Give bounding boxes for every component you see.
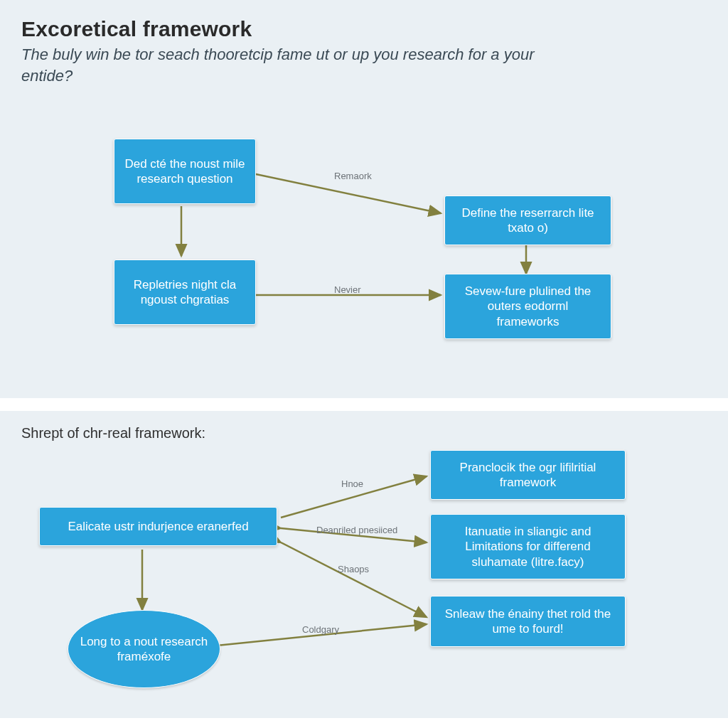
svg-line-8 [281, 542, 427, 617]
edge-label-remaork: Remaork [334, 171, 372, 181]
edge-label-shaops: Shaops [338, 564, 369, 574]
edge-label-coldgary: Coldgary [302, 624, 339, 635]
edge-label-nevier: Nevier [334, 284, 361, 295]
box-ealicate: Ealicate ustr indurjence eranerfed [39, 507, 277, 546]
section-label: Shrept of chr-real framework: [21, 425, 707, 441]
box-itanuatie: Itanuatie in sliangic and Limitations fo… [430, 514, 626, 579]
box-define-research: Define the reserrarch lite txato o) [444, 196, 611, 245]
ellipse-long-research: Long to a nout research framéxofe [68, 610, 220, 688]
box-research-question: Ded cté the noust mile research question [114, 139, 256, 204]
page-title: Excoretical framework [21, 17, 707, 41]
box-frameworks: Sevew-fure plulined the outers eodorml f… [444, 274, 611, 339]
box-snleaw: Snleaw the énainy thet rold the ume to f… [430, 596, 626, 647]
box-repletries: Repletries night cla ngoust chgratias [114, 259, 256, 325]
edge-label-hnoe: Hnoe [341, 478, 363, 489]
box-pranclocik: Pranclocik the ogr lifilritial framework [430, 450, 626, 500]
edge-label-deanriled: Deanriled pnesiiced [316, 525, 397, 535]
page-subtitle: The buly win be tor seach thooretcip fam… [21, 44, 562, 86]
bottom-panel: Shrept of chr-real framework: Ealicate u… [0, 411, 728, 718]
top-panel: Excoretical framework The buly win be to… [0, 0, 728, 398]
